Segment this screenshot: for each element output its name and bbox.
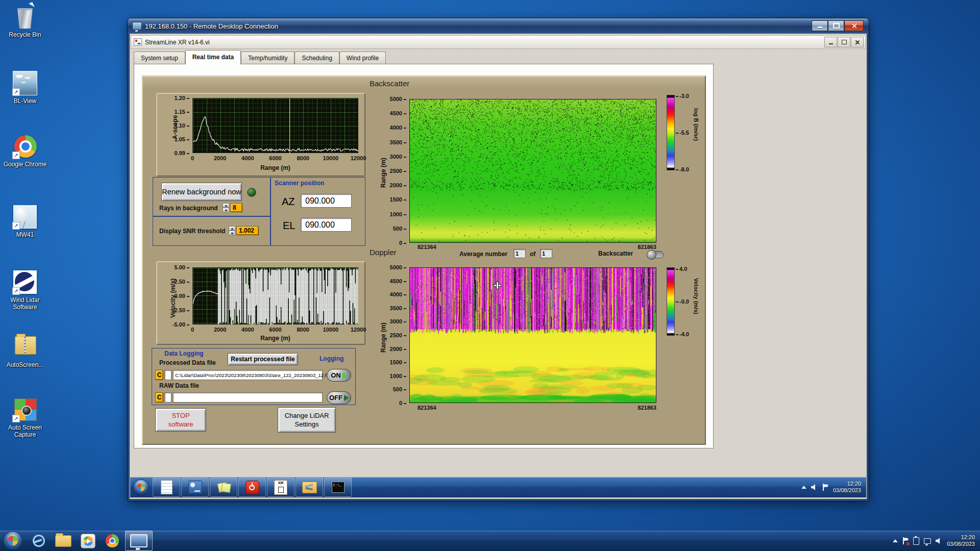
desktop-icon-google-chrome[interactable]: ↗ Google Chrome xyxy=(0,134,50,168)
vi-maximize-button[interactable] xyxy=(838,37,850,47)
backscatter-toggle-switch[interactable] xyxy=(647,251,664,258)
volume-icon[interactable] xyxy=(936,538,942,544)
volume-icon[interactable] xyxy=(811,484,818,491)
ascope-plot-area[interactable] xyxy=(192,98,358,153)
taskbar-button-notepad[interactable] xyxy=(153,478,180,497)
start-button[interactable] xyxy=(3,531,22,550)
tab-system-setup[interactable]: System setup xyxy=(134,52,185,64)
doppler-x-start: 821364 xyxy=(418,405,436,411)
taskbar-button-file-explorer[interactable] xyxy=(52,531,75,550)
maximize-button[interactable] xyxy=(828,20,844,31)
taskbar-button-file-tools[interactable] xyxy=(296,478,323,497)
desktop-icon-mw41[interactable]: ↗ MW41 xyxy=(0,204,50,238)
stop-software-button[interactable]: STOP software xyxy=(155,408,206,432)
processed-logging-on-button[interactable]: ON xyxy=(327,369,351,382)
doppler-x-end: 821863 xyxy=(638,405,656,411)
show-hidden-icons-button[interactable] xyxy=(801,486,806,489)
doppler-plot-area[interactable] xyxy=(409,267,656,403)
y-tick-label: 5.00 xyxy=(175,264,189,270)
backscatter-x-start: 821364 xyxy=(418,244,436,250)
tab-temp-humidity[interactable]: Temp/humidity xyxy=(241,52,295,64)
taskbar-button-media-player[interactable] xyxy=(76,531,100,550)
network-icon[interactable] xyxy=(924,538,931,544)
doppler-graph[interactable]: Range (m) xyxy=(377,261,665,417)
tab-real-time-data[interactable]: Real time data xyxy=(185,50,241,64)
renew-background-button[interactable]: Renew background now xyxy=(161,183,242,201)
doppler-colorbar[interactable] xyxy=(667,267,675,336)
backscatter-colorbar[interactable] xyxy=(667,95,675,170)
vi-minimize-button[interactable] xyxy=(824,37,837,47)
raw-path-field[interactable] xyxy=(173,392,323,403)
average-total-field[interactable]: 1 xyxy=(540,249,552,258)
taskbar-button-chrome[interactable] xyxy=(101,531,124,550)
shortcut-arrow-icon: ↗ xyxy=(12,415,20,422)
desktop-icon-wind-lidar[interactable]: ↗ Wind Lidar Software xyxy=(0,269,50,311)
y-tick-label: 0 xyxy=(399,400,406,406)
action-center-flag-icon[interactable] xyxy=(822,484,828,491)
clipboard-icon[interactable] xyxy=(913,537,919,545)
el-value-field[interactable]: 090.000 xyxy=(301,218,352,232)
on-label: ON xyxy=(331,371,341,379)
remote-clock-date: 03/08/2023 xyxy=(833,487,861,494)
rays-value-field[interactable]: 8 xyxy=(230,203,242,212)
tab-scheduling[interactable]: Scheduling xyxy=(295,52,339,64)
rdp-titlebar[interactable]: 192.168.0.150 - Remote Desktop Connectio… xyxy=(128,18,869,34)
remote-system-tray: 12:20 03/08/2023 xyxy=(801,481,866,494)
y-tick-label: 1500 xyxy=(390,196,406,203)
taskbar-button-internet-explorer[interactable] xyxy=(27,531,51,550)
scanner-position-box: Scanner position AZ 090.000 EL 090.000 xyxy=(271,177,365,246)
az-value-field[interactable]: 090.000 xyxy=(301,194,352,208)
doppler-colorbar-label: Velocity (m/s) xyxy=(693,278,699,314)
velocity-plot-area[interactable] xyxy=(192,267,358,324)
velocity-graph[interactable]: Velocity (m/s) Range (m) 5.002.500.00-2.… xyxy=(156,261,365,345)
tab-wind-profile[interactable]: Wind profile xyxy=(339,52,386,64)
processed-browse-icon[interactable] xyxy=(164,370,172,380)
raw-logging-off-button[interactable]: OFF xyxy=(327,391,351,404)
rays-spinner[interactable] xyxy=(223,203,229,212)
close-button[interactable] xyxy=(844,20,864,31)
snr-value-field[interactable]: 1.002 xyxy=(236,226,259,235)
taskbar-button-power-app[interactable] xyxy=(238,478,266,497)
remote-clock[interactable]: 12:20 03/08/2023 xyxy=(833,481,861,494)
desktop-icon-auto-screen-capture[interactable]: ↗ Auto Screen Capture xyxy=(0,397,50,438)
y-tick-label: 2000 xyxy=(390,182,406,188)
change-lidar-settings-button[interactable]: Change LiDAR Settings xyxy=(278,407,336,433)
vi-titlebar[interactable]: StreamLine XR v14-6.vi xyxy=(131,35,866,49)
taskbar-button-remote-desktop[interactable] xyxy=(125,531,153,551)
power-icon xyxy=(246,481,259,494)
internet-explorer-icon xyxy=(31,533,46,548)
desktop-icon-recycle-bin[interactable]: Recycle Bin xyxy=(0,4,50,38)
processed-path-field[interactable]: C:\Lidar\Data\Proc\2023\202308\20230803\… xyxy=(173,370,323,380)
remote-start-button[interactable] xyxy=(133,479,149,495)
backscatter-graph[interactable]: Range (m) xyxy=(377,89,665,249)
command-prompt-icon: C:\_ xyxy=(332,482,345,493)
backscatter-plot-area[interactable] xyxy=(409,99,656,243)
velocity-x-axis-label: Range (m) xyxy=(192,335,358,342)
action-center-flag-icon[interactable] xyxy=(902,537,909,544)
show-hidden-icons-button[interactable] xyxy=(893,539,898,542)
desktop-icon-bl-view[interactable]: ↗ BL-View xyxy=(0,70,50,105)
auto-screen-capture-icon: ↗ xyxy=(12,397,38,422)
data-logging-title: Data Logging xyxy=(164,350,204,357)
scanner-position-title: Scanner position xyxy=(275,180,324,187)
raw-drive-selector[interactable]: C xyxy=(155,392,163,403)
minimize-button[interactable] xyxy=(812,20,828,31)
taskbar-button-notes[interactable] xyxy=(210,478,237,497)
streamline-xr-icon: XR xyxy=(274,480,287,495)
raw-browse-icon[interactable] xyxy=(164,392,172,403)
chrome-icon xyxy=(106,534,119,547)
vi-close-button[interactable] xyxy=(851,37,864,47)
taskbar-clock[interactable]: 12:20 03/08/2023 xyxy=(947,534,975,547)
shortcut-arrow-icon: ↗ xyxy=(12,152,20,159)
taskbar-button-command-prompt[interactable]: C:\_ xyxy=(324,478,352,497)
restart-processed-file-button[interactable]: Restart processed file xyxy=(228,353,298,365)
clock-time: 12:20 xyxy=(947,534,975,541)
processed-drive-selector[interactable]: C xyxy=(155,370,163,380)
desktop-icon-autoscreen-zip[interactable]: AutoScreen... xyxy=(0,334,50,368)
ascope-graph[interactable]: A-scope Range (m) 1.201.151.101.050.9902… xyxy=(156,93,365,177)
taskbar-button-system[interactable] xyxy=(181,478,209,497)
average-number-field[interactable]: 1 xyxy=(513,249,526,258)
snr-spinner[interactable] xyxy=(229,226,235,235)
taskbar-button-streamline-xr[interactable]: XR xyxy=(267,478,295,497)
crosshair-cursor[interactable] xyxy=(494,282,501,289)
